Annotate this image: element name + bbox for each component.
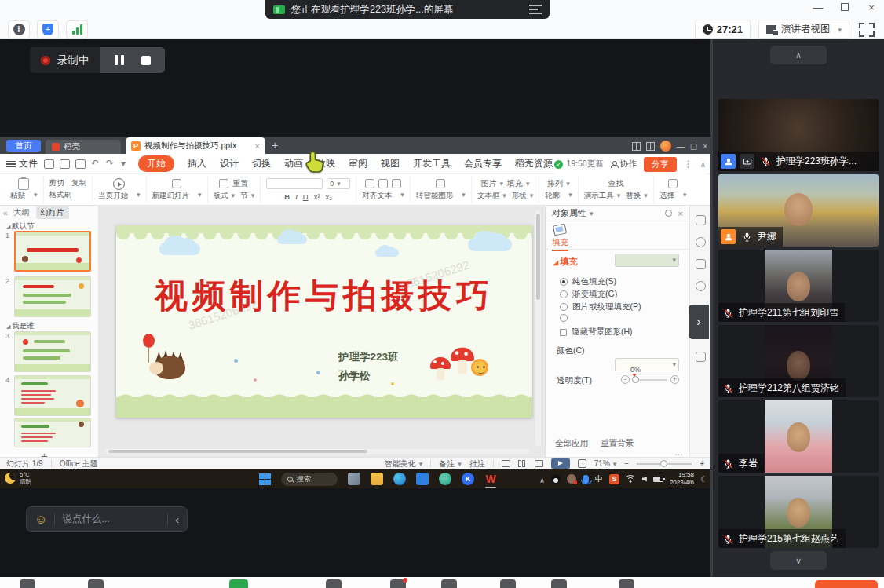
slide-subtitle[interactable]: 护理学223班 孙学松 [338,348,399,385]
more-menu-icon[interactable] [684,159,693,170]
slide-thumbnail-2[interactable]: 2 [14,276,91,317]
mic-tray-icon[interactable] [583,475,589,484]
notes-button[interactable]: 备注 [439,458,462,469]
camera-control-icon[interactable] [88,579,104,588]
option-solid-fill[interactable]: 纯色填充(S) [560,276,616,287]
network-quality-button[interactable] [66,20,88,38]
save-icon[interactable] [44,159,54,169]
tab-review[interactable]: 审阅 [349,157,367,170]
slide-title[interactable]: 视频制作与拍摄技巧 [116,274,532,318]
slider-thumb[interactable] [632,376,639,383]
play-from-current-button[interactable]: 当页开始 [93,176,147,203]
comment-button[interactable]: 批注 [469,458,485,469]
transparency-slider[interactable]: − + [621,375,679,384]
outline-tab[interactable]: 大纲 [14,207,30,218]
select-group[interactable]: 选择 [654,176,692,203]
panel-expander[interactable] [689,305,709,339]
pin-icon[interactable] [665,210,672,217]
emoji-icon[interactable] [35,513,47,526]
beautify-button[interactable]: 智能美化 [385,458,423,469]
new-slide-button[interactable]: 新建幻灯片 [147,176,208,203]
apps-icon[interactable] [500,579,516,588]
resource-tool-icon[interactable] [696,352,706,362]
notification-menu-icon[interactable] [529,5,542,14]
sorter-view-icon[interactable] [518,460,527,467]
chat-quick-bar[interactable]: 说点什么... [26,506,188,532]
font-size-select[interactable]: 0 [327,178,350,189]
reset-background-button[interactable]: 重置背景 [601,438,634,449]
slide-thumbnail-5[interactable]: 5 [14,418,91,447]
properties-tool-icon[interactable] [696,215,706,225]
slideshow-play-button[interactable] [551,458,570,469]
volume-icon[interactable] [642,477,647,482]
edge-browser-icon[interactable] [393,473,406,485]
chat-input-placeholder[interactable]: 说点什么... [62,513,160,526]
participant-tile[interactable]: 尹娜 [718,174,879,247]
security-button[interactable] [37,20,59,38]
slide-thumbnail-3[interactable]: 3 [14,331,91,372]
ms-store-icon[interactable] [416,473,429,485]
insert-group[interactable]: 图片填充 文本框形状 [472,176,540,203]
scroll-down-button[interactable] [770,551,827,570]
meeting-info-button[interactable]: i [8,20,30,38]
fill-swatch-dropdown[interactable] [615,254,679,267]
stop-recording-button[interactable] [135,51,157,70]
fill-section-header[interactable]: 填充 [553,256,577,268]
ime-indicator[interactable]: 中 [595,473,603,484]
chat-icon[interactable] [390,579,406,588]
decrease-icon[interactable]: − [621,375,630,384]
scroll-up-button[interactable] [770,46,827,64]
tab-member[interactable]: 会员专享 [464,157,502,170]
close-panel-icon[interactable]: × [678,209,683,218]
kdocs-icon[interactable]: K [462,473,474,485]
tab-home[interactable]: 开始 [138,155,174,172]
zoom-level[interactable]: 71% [594,459,617,468]
animation-tool-icon[interactable] [696,281,706,291]
tab-devtools[interactable]: 开发工具 [413,157,451,170]
new-tab-button[interactable]: + [272,139,278,152]
tab-design[interactable]: 设计 [220,157,239,170]
participant-tile[interactable]: 李岩 [718,400,879,473]
wps-docer-tab[interactable]: 稻壳 [46,140,121,154]
normal-view-icon[interactable] [502,460,510,467]
wps-home-tab[interactable]: 首页 [6,140,41,152]
minimize-icon[interactable]: — [810,2,826,13]
collapse-ribbon-icon[interactable] [700,159,706,170]
panel-more-icon[interactable] [674,447,683,457]
participants-icon[interactable] [326,579,342,588]
file-menu[interactable]: 文件 [6,157,38,170]
share-button[interactable]: 分享 [644,157,677,172]
sidebar-resize-handle[interactable] [710,39,713,577]
battery-icon[interactable] [653,477,663,482]
redo-icon[interactable]: ↷ [106,159,115,169]
close-tab-icon[interactable]: × [255,141,260,151]
paste-group[interactable]: 粘贴 [5,176,44,203]
slide-thumbnail-4[interactable]: 4 [14,375,91,416]
browser-360-icon[interactable] [439,473,451,485]
notification-tray-icon[interactable] [567,474,576,484]
theme-name[interactable]: Office 主题 [60,458,98,469]
tab-insert[interactable]: 插入 [188,157,206,170]
wps-document-tab[interactable]: P 视频制作与拍摄技巧.pptx × [126,137,265,154]
effects-tool-icon[interactable] [696,237,706,247]
qq-tray-icon[interactable] [551,474,561,484]
file-explorer-icon[interactable] [371,473,383,485]
wps-taskbar-icon[interactable]: W [484,473,497,485]
apply-all-button[interactable]: 全部应用 [555,438,588,449]
task-view-icon[interactable] [348,473,360,485]
option-pattern-fill[interactable] [560,314,572,322]
option-picture-fill[interactable]: 图片或纹理填充(P) [560,301,641,312]
sync-status[interactable]: 19:50更新 [554,159,603,170]
collapse-panel-icon[interactable] [3,209,8,217]
slide-thumbnail-1[interactable]: 1 [14,231,91,272]
zoom-slider[interactable] [637,463,692,465]
option-gradient-fill[interactable]: 渐变填充(G) [560,289,617,300]
arrange-group[interactable]: 排列 轮廓 [539,176,579,203]
more-tools-icon[interactable] [619,579,634,588]
clock-date[interactable]: 19:582023/4/6 [670,471,694,488]
view-mode-dropdown[interactable]: 演讲者视图 [758,20,849,39]
smartart-group[interactable]: 转智能图形 [411,176,472,203]
layout-tool-icon[interactable] [696,259,706,269]
leave-meeting-button[interactable] [815,580,878,588]
tab-transition[interactable]: 切换 [252,157,271,170]
